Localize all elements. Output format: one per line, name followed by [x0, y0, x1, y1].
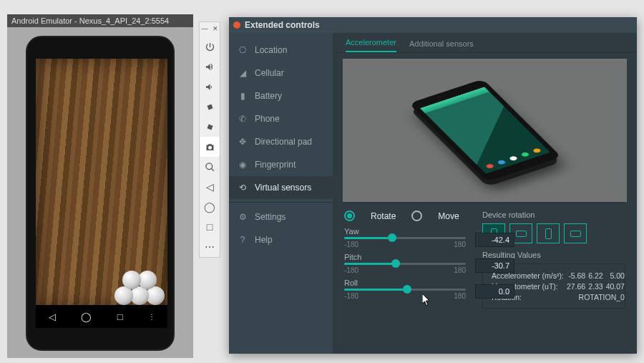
sidebar-item-label: Location [255, 45, 287, 55]
pitch-label: Pitch [344, 253, 469, 261]
toolbar-window-controls: — ✕ [202, 25, 218, 32]
emulator-title-bar: Android Emulator - Nexus_4_API_24_2:5554 [7, 14, 193, 27]
rotation-portrait-flipped-button[interactable] [537, 223, 560, 243]
pitch-track[interactable] [344, 263, 466, 265]
nav-home-icon[interactable]: ◯ [81, 311, 92, 322]
roll-track[interactable] [344, 289, 466, 291]
extended-main: Accelerometer Additional sensors [333, 33, 637, 354]
accel-z: 5.00 [605, 270, 626, 281]
more-button[interactable]: ⋯ [200, 237, 220, 257]
sidebar-item-label: Directional pad [255, 137, 312, 147]
roll-thumb[interactable] [403, 285, 411, 294]
mag-x: 27.66 [565, 281, 587, 291]
phone-icon: ✆ [238, 114, 248, 124]
fingerprint-icon: ◉ [238, 160, 248, 170]
slider-roll: Roll 0.0 -180180 [344, 279, 469, 300]
sidebar-item-cellular[interactable]: ◢Cellular [229, 62, 333, 84]
sidebar-item-label: Battery [255, 91, 282, 101]
minimize-icon[interactable]: — [202, 25, 208, 32]
volume-up-button[interactable] [200, 57, 220, 77]
yaw-label: Yaw [344, 227, 469, 236]
transform-mode: Rotate Move [344, 210, 469, 221]
roll-value[interactable]: 0.0 [475, 284, 514, 299]
sidebar-item-dpad[interactable]: ✥Directional pad [229, 130, 333, 153]
sidebar-item-label: Phone [255, 114, 280, 124]
sidebar-item-location[interactable]: ⎔Location [229, 39, 333, 62]
accel-x: -5.68 [565, 270, 587, 281]
sidebar-item-help[interactable]: ?Help [229, 228, 333, 251]
close-icon[interactable] [233, 21, 240, 29]
rotate-right-button[interactable] [200, 117, 220, 137]
radio-move[interactable] [411, 210, 422, 221]
sidebar-item-label: Help [255, 235, 273, 245]
sidebar-item-phone[interactable]: ✆Phone [229, 107, 333, 130]
sidebar-item-fingerprint[interactable]: ◉Fingerprint [229, 153, 333, 176]
device-screen[interactable] [36, 59, 167, 308]
yaw-value[interactable]: -42.4 [475, 233, 514, 247]
tab-additional-sensors[interactable]: Additional sensors [409, 39, 474, 52]
accel-y: 6.22 [587, 270, 604, 281]
home-button[interactable]: ◯ [200, 197, 220, 217]
camera-button[interactable] [200, 137, 220, 157]
rotate-label: Rotate [371, 211, 396, 221]
ball [122, 271, 141, 289]
nav-recent-icon[interactable]: □ [117, 311, 123, 322]
help-icon: ? [238, 235, 248, 245]
device-3d-preview[interactable] [343, 59, 627, 202]
battery-icon: ▮ [238, 91, 248, 101]
extended-controls-window: Extended controls ⎔Location ◢Cellular ▮B… [229, 17, 637, 354]
emulator-toolbar: — ✕ ◁ ◯ □ ⋯ [199, 21, 220, 258]
move-label: Move [438, 211, 459, 221]
settings-icon: ⚙ [238, 212, 248, 222]
recent-button[interactable]: □ [200, 217, 220, 237]
sidebar-item-virtual-sensors[interactable]: ⟲Virtual sensors [229, 176, 333, 199]
emulator-title: Android Emulator - Nexus_4_API_24_2:5554 [11, 16, 169, 25]
sidebar-item-label: Virtual sensors [255, 183, 311, 193]
nav-back-icon[interactable]: ◁ [49, 311, 56, 322]
back-button[interactable]: ◁ [200, 177, 220, 197]
rotation-value: ROTATION_0 [565, 291, 626, 302]
emulator-window: Android Emulator - Nexus_4_API_24_2:5554… [7, 14, 193, 358]
tab-accelerometer[interactable]: Accelerometer [346, 38, 396, 52]
extended-sidebar: ⎔Location ◢Cellular ▮Battery ✆Phone ✥Dir… [229, 33, 333, 354]
slider-yaw: Yaw -42.4 -180180 [344, 227, 469, 248]
cellular-icon: ◢ [238, 68, 248, 78]
extended-controls-titlebar: Extended controls [229, 17, 637, 33]
volume-down-button[interactable] [200, 77, 220, 97]
zoom-button[interactable] [200, 157, 220, 177]
dpad-icon: ✥ [238, 137, 248, 147]
rotation-landscape-right-button[interactable] [564, 223, 587, 243]
slider-pitch: Pitch -30.7 -180180 [344, 253, 469, 274]
cursor-icon [422, 294, 431, 306]
pitch-value[interactable]: -30.7 [475, 258, 514, 273]
extended-controls-title: Extended controls [245, 20, 320, 30]
power-button[interactable] [200, 37, 220, 57]
mag-y: 2.33 [587, 281, 604, 291]
sidebar-item-label: Fingerprint [255, 160, 296, 170]
radio-rotate[interactable] [344, 210, 355, 221]
nav-more-icon[interactable]: ⋮ [148, 313, 155, 321]
sidebar-separator [229, 202, 333, 203]
sidebar-item-battery[interactable]: ▮Battery [229, 84, 333, 107]
sidebar-item-label: Settings [255, 212, 286, 222]
close-icon[interactable]: ✕ [213, 25, 218, 32]
sensor-tabs: Accelerometer Additional sensors [333, 33, 637, 53]
android-nav-bar: ◁ ◯ □ ⋮ [36, 305, 167, 328]
location-icon: ⎔ [238, 45, 248, 55]
yaw-track[interactable] [344, 237, 466, 239]
device-rotation-label: Device rotation [482, 210, 625, 219]
sensors-icon: ⟲ [238, 183, 248, 193]
sidebar-item-label: Cellular [255, 68, 284, 78]
device-frame: ◁ ◯ □ ⋮ [26, 36, 175, 351]
rotate-left-button[interactable] [200, 97, 220, 117]
mag-z: 40.07 [605, 281, 626, 291]
sidebar-item-settings[interactable]: ⚙Settings [229, 205, 333, 228]
